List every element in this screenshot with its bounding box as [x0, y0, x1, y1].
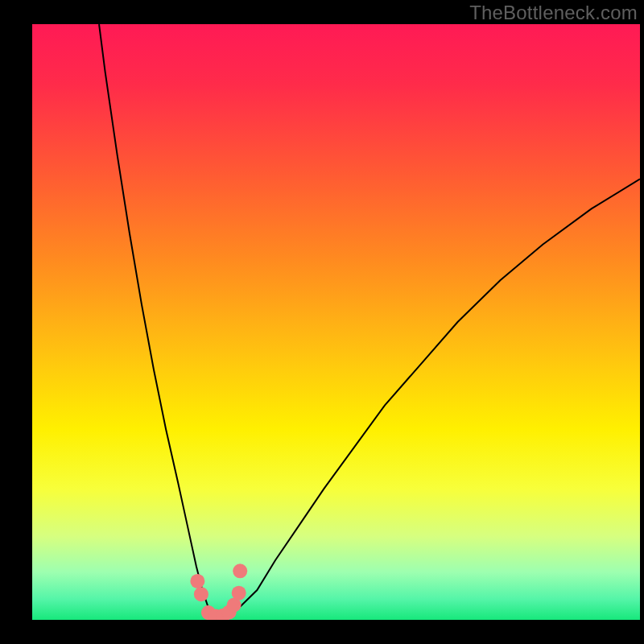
- marker-dot: [232, 586, 246, 601]
- gradient-background: [32, 24, 640, 620]
- watermark-text: TheBottleneck.com: [469, 2, 638, 24]
- chart-svg: [32, 24, 640, 620]
- plot-area: [32, 24, 640, 620]
- marker-dot: [233, 564, 247, 578]
- marker-dot: [194, 587, 208, 601]
- marker-dot: [190, 574, 204, 588]
- chart-frame: TheBottleneck.com: [0, 0, 644, 644]
